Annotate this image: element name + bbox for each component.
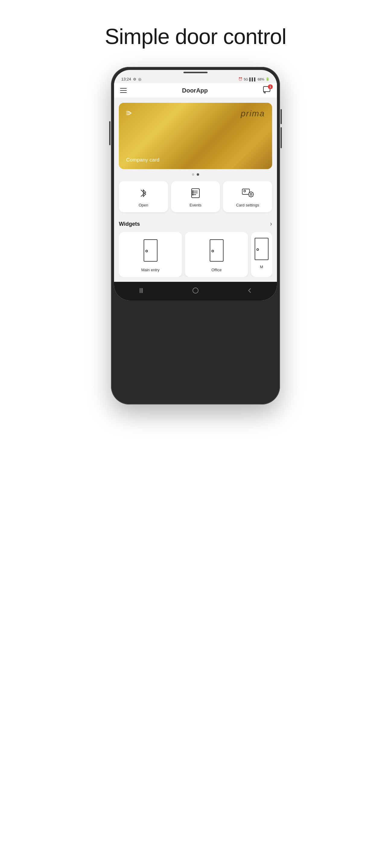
android-nav-bar [114,282,277,301]
circle-status-icon: ◎ [138,77,141,82]
widget-main-entry[interactable]: Main entry [119,232,182,277]
card-name: Company card [126,157,160,163]
svg-point-26 [193,288,198,293]
back-icon [247,287,253,294]
card-settings-label: Card settings [236,203,259,207]
status-left: 13:24 ⚙ ◎ [121,77,141,82]
svg-point-7 [193,194,193,195]
recents-icon [140,288,143,293]
dot-2 [197,173,199,176]
widgets-grid: Main entry Office [119,232,272,277]
open-label: Open [138,203,148,207]
app-title: DoorApp [182,87,208,94]
home-icon [192,287,199,294]
company-card[interactable]: prima Company card [119,103,272,169]
widget-office-label: Office [212,268,222,272]
page-headline: Simple door control [105,24,286,49]
widgets-more-button[interactable]: › [270,220,272,228]
widgets-title: Widgets [119,221,140,227]
card-bottom: Company card [126,157,265,163]
volume-down-button [281,127,282,148]
hamburger-menu-button[interactable] [120,88,127,93]
action-buttons: Open Events [114,179,277,217]
phone-screen: 13:24 ⚙ ◎ ⏰ 5G ▌▌▌ 68% 🔋 DoorApp [114,70,277,301]
dot-1 [192,173,194,176]
widget-partial: M [251,232,272,277]
alarm-icon: ⏰ [238,77,243,81]
recents-nav-button[interactable] [135,286,147,295]
widgets-section: Widgets › Main entry [114,217,277,282]
network-icon: 5G [244,78,248,81]
notifications-button[interactable]: 1 [263,86,271,95]
card-top: prima [126,109,265,119]
volume-up-button [281,109,282,124]
svg-point-23 [212,250,214,252]
events-label: Events [190,203,201,207]
door-icon-partial [253,237,271,261]
door-icon-main-entry [140,237,161,264]
events-button[interactable]: Events [171,181,220,212]
bluetooth-icon [137,187,149,199]
card-settings-icon [242,187,254,199]
status-bar: 13:24 ⚙ ◎ ⏰ 5G ▌▌▌ 68% 🔋 [114,74,277,83]
hamburger-line-1 [120,88,127,89]
widget-office[interactable]: Office [185,232,248,277]
svg-point-9 [244,190,246,192]
battery-icon: 🔋 [266,77,270,81]
svg-point-21 [146,250,147,252]
back-nav-button[interactable] [244,286,256,295]
notification-badge: 1 [268,84,273,89]
status-right: ⏰ 5G ▌▌▌ 68% 🔋 [238,77,270,81]
settings-status-icon: ⚙ [133,77,136,82]
card-brand: prima [241,109,265,119]
widgets-header: Widgets › [119,220,272,228]
app-toolbar: DoorApp 1 [114,83,277,98]
home-nav-button[interactable] [190,286,201,295]
events-icon [190,187,201,199]
svg-point-6 [193,193,193,193]
signal-icon: ▌▌▌ [250,78,256,81]
open-button[interactable]: Open [119,181,168,212]
battery-level: 68% [258,78,264,81]
widget-main-entry-label: Main entry [141,268,160,272]
speaker [184,72,207,73]
svg-rect-8 [242,189,250,194]
card-settings-button[interactable]: Card settings [223,181,272,212]
hamburger-line-2 [120,90,127,91]
carousel-dots [114,169,277,179]
power-button [109,121,110,145]
hamburger-line-3 [120,92,127,93]
door-icon-office [206,237,227,264]
status-time: 13:24 [121,77,131,82]
nfc-icon [126,109,136,119]
widget-partial-label: M [260,265,263,269]
card-area: prima Company card [114,98,277,169]
svg-point-25 [257,249,258,250]
phone-mockup: 13:24 ⚙ ◎ ⏰ 5G ▌▌▌ 68% 🔋 DoorApp [111,67,280,404]
svg-point-5 [193,191,193,192]
